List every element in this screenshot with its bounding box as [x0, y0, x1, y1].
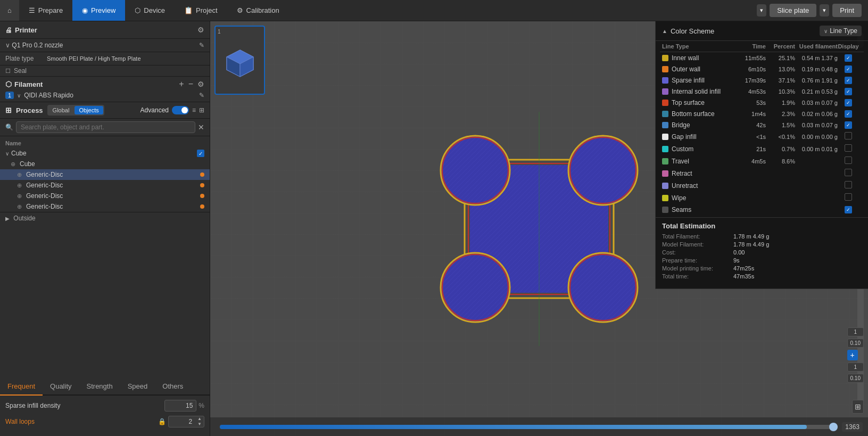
- home-button[interactable]: ⌂: [0, 0, 19, 21]
- color-label-2: Sparse infill: [672, 77, 731, 84]
- nav-device[interactable]: ⬡ Device: [125, 0, 175, 21]
- color-check-3[interactable]: ✓: [838, 87, 859, 95]
- spin-up-button[interactable]: ▲: [195, 416, 204, 422]
- checkbox-checked[interactable]: ✓: [845, 110, 852, 118]
- layers-icon-button[interactable]: ⊞: [852, 400, 864, 414]
- color-check-11[interactable]: [838, 181, 859, 190]
- advanced-toggle[interactable]: [172, 106, 189, 114]
- search-input[interactable]: [16, 121, 195, 133]
- printer-settings-icon[interactable]: ⚙: [197, 26, 204, 34]
- color-check-0[interactable]: ✓: [838, 54, 859, 62]
- seal-row: ☐ Seal: [0, 65, 210, 77]
- color-check-7[interactable]: [838, 132, 859, 141]
- filament-section: ⬡ Filament + − ⚙ 1 ∨ QIDI ABS Rapido ✎: [0, 77, 210, 102]
- filament-edit-icon[interactable]: ✎: [199, 92, 204, 99]
- tree-item-disc-4[interactable]: ⊕ Generic-Disc: [0, 201, 210, 212]
- color-label-8: Custom: [672, 145, 731, 153]
- total-row-1: Model Filament: 1.78 m 4.49 g: [662, 241, 862, 248]
- add-filament-button[interactable]: +: [179, 79, 184, 89]
- tree-item-disc-3[interactable]: ⊕ Generic-Disc: [0, 191, 210, 201]
- checkbox-checked[interactable]: ✓: [845, 121, 852, 129]
- color-pct-8: 0.7%: [766, 146, 795, 152]
- checkbox-checked[interactable]: ✓: [845, 65, 852, 73]
- nav-preview[interactable]: ◉ Preview: [72, 0, 125, 21]
- color-check-12[interactable]: [838, 193, 859, 202]
- tab-others[interactable]: Others: [155, 378, 191, 394]
- infill-density-input[interactable]: [164, 400, 196, 412]
- wall-lock-icon[interactable]: 🔒: [158, 418, 166, 425]
- color-row-12: Wipe: [660, 192, 864, 204]
- print-button[interactable]: Print: [832, 4, 862, 17]
- color-dot-0: [662, 55, 668, 61]
- checkbox-empty[interactable]: [845, 193, 852, 201]
- color-check-13[interactable]: ✓: [838, 205, 859, 213]
- color-check-2[interactable]: ✓: [838, 76, 859, 84]
- filament-name[interactable]: QIDI ABS Rapido: [24, 92, 73, 99]
- tree-item-disc-1[interactable]: ⊕ Generic-Disc: [0, 169, 210, 180]
- color-pct-6: 1.5%: [766, 122, 795, 128]
- slice-dropdown-button[interactable]: ▾: [757, 4, 766, 17]
- color-check-9[interactable]: [838, 157, 859, 166]
- layer-progress-track[interactable]: [220, 425, 838, 429]
- tree-item-cube-part[interactable]: ⊕ Cube: [0, 159, 210, 169]
- process-toggle-group: Global Objects: [47, 105, 104, 116]
- checkbox-checked[interactable]: ✓: [845, 77, 852, 84]
- color-panel-collapse-icon[interactable]: ▲: [662, 28, 667, 34]
- wall-loops-input[interactable]: [169, 417, 195, 426]
- spinbox-arrows: ▲ ▼: [195, 416, 204, 427]
- search-clear-icon[interactable]: ✕: [198, 123, 204, 131]
- process-grid-icon[interactable]: ⊞: [199, 106, 204, 114]
- cube-group-checkbox[interactable]: ✓: [197, 150, 204, 157]
- printer-icon: 🖨: [5, 26, 12, 34]
- tab-strength[interactable]: Strength: [79, 378, 120, 394]
- seal-checkbox[interactable]: ☐: [5, 68, 11, 75]
- color-check-6[interactable]: ✓: [838, 121, 859, 129]
- printer-edit-icon[interactable]: ✎: [199, 42, 204, 49]
- color-table: Line Type Time Percent Used filament Dis…: [656, 41, 868, 215]
- outside-row: ▶ Outside: [0, 212, 210, 224]
- checkbox-checked[interactable]: ✓: [845, 54, 852, 62]
- 3d-scene-svg: [406, 112, 672, 346]
- tab-quality[interactable]: Quality: [43, 378, 79, 394]
- layer-plus-button[interactable]: +: [847, 350, 858, 360]
- slice-plate-button[interactable]: Slice plate: [770, 4, 816, 17]
- remove-filament-button[interactable]: −: [188, 79, 193, 89]
- color-check-5[interactable]: ✓: [838, 110, 859, 118]
- color-check-8[interactable]: [838, 144, 859, 153]
- color-dot-1: [662, 66, 668, 72]
- checkbox-empty[interactable]: [845, 144, 852, 152]
- layer-progress-thumb[interactable]: [829, 423, 838, 431]
- objects-toggle[interactable]: Objects: [75, 106, 103, 114]
- total-val-4: 47m25s: [733, 265, 754, 272]
- color-row-8: Custom 21s 0.7% 0.00 m 0.01 g: [660, 143, 864, 155]
- spin-down-button[interactable]: ▼: [195, 422, 204, 427]
- color-time-7: <1s: [731, 134, 766, 140]
- checkbox-empty[interactable]: [845, 157, 852, 164]
- checkbox-empty[interactable]: [845, 169, 852, 176]
- checkbox-checked[interactable]: ✓: [845, 206, 852, 213]
- printer-name-row[interactable]: ∨ Q1 Pro 0.2 nozzle ✎: [0, 39, 210, 52]
- color-check-1[interactable]: ✓: [838, 65, 859, 73]
- checkbox-checked[interactable]: ✓: [845, 88, 852, 95]
- process-list-icon[interactable]: ≡: [192, 106, 196, 114]
- color-dot-5: [662, 111, 668, 117]
- checkbox-empty[interactable]: [845, 181, 852, 188]
- print-dropdown-button[interactable]: ▾: [820, 4, 829, 17]
- thumbnail-1[interactable]: 1: [214, 26, 265, 95]
- tree-item-disc-2[interactable]: ⊕ Generic-Disc: [0, 180, 210, 191]
- nav-calibration[interactable]: ⚙ Calibration: [227, 0, 289, 21]
- global-toggle[interactable]: Global: [48, 106, 74, 114]
- preview-icon: ◉: [82, 6, 88, 14]
- filament-settings-icon[interactable]: ⚙: [197, 80, 204, 88]
- color-check-4[interactable]: ✓: [838, 98, 859, 106]
- tab-speed[interactable]: Speed: [120, 378, 155, 394]
- nav-project[interactable]: 📋 Project: [175, 0, 227, 21]
- checkbox-checked[interactable]: ✓: [845, 99, 852, 106]
- nav-prepare[interactable]: ☰ Prepare: [19, 0, 72, 21]
- total-val-0: 1.78 m 4.49 g: [733, 233, 769, 240]
- tree-item-cube-group[interactable]: ∨ Cube ✓: [0, 148, 210, 159]
- color-check-10[interactable]: [838, 169, 859, 178]
- checkbox-empty[interactable]: [845, 132, 852, 139]
- line-type-selector[interactable]: ∨ Line Type: [820, 26, 862, 36]
- tab-frequent[interactable]: Frequent: [0, 378, 43, 396]
